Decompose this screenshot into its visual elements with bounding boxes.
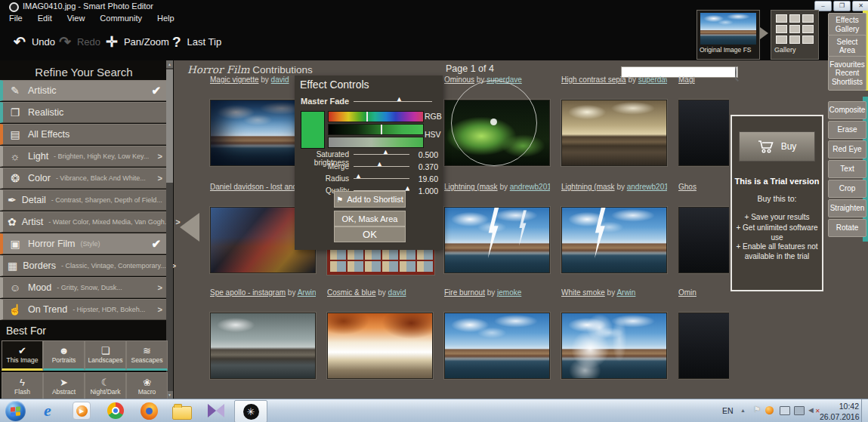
previous-page-arrow[interactable]: [180, 213, 199, 242]
effect-thumbnail[interactable]: [678, 313, 729, 379]
effect-thumbnail[interactable]: [561, 207, 667, 273]
effect-name-link[interactable]: Ominous: [444, 75, 474, 84]
value-gradient-bar[interactable]: [328, 137, 424, 148]
effect-card-partial[interactable]: Magi: [678, 75, 729, 168]
last-tip-button[interactable]: ? Last Tip: [172, 35, 221, 49]
effect-name-link[interactable]: Cosmic & blue: [327, 288, 375, 297]
network-icon[interactable]: [794, 406, 805, 415]
effect-name-link[interactable]: Daniel davidson - lost and: [210, 183, 297, 191]
effect-card-lightning-2[interactable]: Lightning (mask by andrewb2012: [561, 183, 667, 275]
select-area-button[interactable]: Select Area: [828, 35, 866, 57]
effect-thumbnail[interactable]: [444, 207, 550, 273]
language-indicator[interactable]: EN: [722, 406, 734, 415]
sidebar-item-color[interactable]: ❂ Color - Vibrance, Black And White... >: [0, 168, 168, 189]
effect-name-link[interactable]: High contrast sepia: [561, 75, 626, 84]
radius-slider[interactable]: [354, 178, 409, 179]
sidebar-item-realistic[interactable]: ❐ Realistic: [0, 102, 168, 123]
menu-view[interactable]: View: [63, 12, 90, 24]
effect-name-link[interactable]: Magic vignette: [210, 75, 258, 84]
ok-button[interactable]: OK: [334, 226, 406, 242]
menu-help[interactable]: Help: [153, 12, 179, 24]
effect-card-white-smoke[interactable]: White smoke by Arwin: [561, 288, 667, 380]
action-center-flag-icon[interactable]: ⚑: [753, 405, 761, 414]
slider-thumb-icon[interactable]: ▲: [382, 149, 389, 156]
restore-button[interactable]: ❐: [833, 1, 851, 11]
effect-author-link[interactable]: Arwin: [616, 288, 635, 297]
effect-name-link[interactable]: Lightning (mask: [444, 183, 498, 191]
effect-name-link[interactable]: Magi: [678, 75, 695, 84]
effect-name-link[interactable]: White smoke: [561, 288, 605, 297]
update-icon[interactable]: [765, 406, 774, 414]
effect-author-link[interactable]: andrewb2012: [627, 183, 667, 191]
effect-thumbnail[interactable]: [444, 313, 550, 379]
original-image-tile[interactable]: Original Image FS: [697, 10, 760, 60]
sidebar-item-all-effects[interactable]: ▤ All Effects: [0, 124, 168, 145]
rgb-gradient-bar[interactable]: [328, 111, 424, 122]
effect-thumbnail[interactable]: [678, 207, 729, 273]
redo-button[interactable]: ↷ Redo: [59, 35, 100, 49]
clock[interactable]: 10:42 26.07.2016: [820, 402, 859, 422]
slider-thumb-icon[interactable]: ▲: [376, 161, 383, 168]
effect-thumbnail[interactable]: [327, 313, 433, 379]
buy-button[interactable]: Buy: [739, 131, 815, 162]
effect-thumbnail[interactable]: [561, 100, 667, 166]
slider-thumb-icon[interactable]: ▲: [355, 173, 362, 180]
best-for-this-image[interactable]: ✔ This Image: [2, 340, 43, 371]
best-for-night-dark[interactable]: ☾ Night/Dark: [85, 372, 126, 402]
ok-mask-area-button[interactable]: OK, Mask Area: [334, 211, 406, 226]
effect-name-link[interactable]: Fire burnout: [444, 288, 485, 297]
file-explorer-icon[interactable]: [172, 401, 192, 420]
effect-author-link[interactable]: david: [271, 75, 289, 84]
effect-card-partial[interactable]: Ghos: [678, 183, 729, 275]
sidebar-item-borders[interactable]: ▦ Borders - Classic, Vintage, Contempora…: [0, 255, 168, 276]
erase-button[interactable]: Erase: [828, 121, 866, 139]
kmplayer-icon[interactable]: [206, 401, 226, 420]
pan-zoom-button[interactable]: ✛ Pan/Zoom: [106, 35, 169, 49]
effect-card-lightning-1[interactable]: Lightning (mask by andrewb2012: [444, 183, 550, 275]
scroll-up-button[interactable]: ▲: [166, 60, 173, 68]
effect-name-link[interactable]: Ghos: [678, 183, 697, 191]
best-for-landscapes[interactable]: ❏ Landscapes: [85, 340, 126, 371]
master-fade-slider[interactable]: [354, 101, 432, 102]
effect-card-cosmic-blue[interactable]: Cosmic & blue by david: [327, 288, 433, 380]
menu-file[interactable]: File: [5, 12, 27, 24]
effect-thumbnail[interactable]: [561, 313, 667, 379]
display-icon[interactable]: [780, 406, 790, 415]
smart-photo-editor-taskbar-button[interactable]: ✳: [234, 400, 267, 422]
effect-author-link[interactable]: david: [388, 288, 406, 297]
media-player-icon[interactable]: ▶: [72, 401, 91, 420]
sidebar-item-detail[interactable]: ✒ Detail - Contrast, Sharpen, Depth of F…: [0, 189, 168, 211]
effect-author-link[interactable]: jemoke: [497, 288, 521, 297]
effect-name-link[interactable]: Omin: [678, 288, 697, 297]
best-for-seascapes[interactable]: ≋ Seascapes: [126, 340, 168, 371]
effect-name-link[interactable]: Spe apollo - instagram: [210, 288, 286, 297]
effects-gallery-button[interactable]: Effects Gallery: [828, 13, 866, 36]
menu-community[interactable]: Community: [95, 12, 147, 24]
start-button[interactable]: [5, 401, 26, 421]
effect-card-high-contrast-sepia[interactable]: High contrast sepia by superdave: [561, 75, 667, 168]
effect-author-link[interactable]: Arwin: [298, 288, 316, 297]
red-eye-button[interactable]: Red Eye: [828, 140, 866, 159]
composite-button[interactable]: Composite: [828, 101, 866, 119]
effect-card-spe-apollo[interactable]: Spe apollo - instagram by Arwin: [210, 288, 316, 380]
effect-thumbnail[interactable]: [210, 313, 316, 379]
effect-author-link[interactable]: superdave: [638, 75, 667, 84]
color-swatch[interactable]: [301, 111, 325, 149]
saturated-brightness-slider[interactable]: [354, 154, 409, 155]
sidebar-item-artist[interactable]: ✿ Artist - Water Color, Mixed Media, Van…: [0, 211, 168, 233]
slider-thumb-icon[interactable]: ▲: [396, 96, 403, 103]
internet-explorer-icon[interactable]: e: [38, 401, 57, 420]
add-to-shortlist-button[interactable]: ⚑ Add to Shortlist: [334, 191, 406, 208]
best-for-macro[interactable]: ❀ Macro: [126, 372, 168, 402]
chrome-icon[interactable]: [106, 401, 125, 420]
best-for-flash[interactable]: ϟ Flash: [2, 372, 43, 402]
scrollbar-thumb[interactable]: [166, 69, 173, 183]
straighten-button[interactable]: Straighten: [828, 199, 866, 217]
sidebar-item-mood[interactable]: ☺ Mood - Gritty, Snow, Dusk... >: [0, 277, 168, 298]
tray-expand-icon[interactable]: ▲: [740, 408, 746, 413]
effect-name-link[interactable]: Lightning (mask: [561, 183, 615, 191]
text-button[interactable]: Text: [828, 160, 866, 178]
effect-thumbnail[interactable]: [678, 100, 729, 166]
best-for-abstract[interactable]: ➤ Abstract: [43, 372, 85, 402]
best-for-portraits[interactable]: ☻ Portraits: [43, 340, 85, 371]
